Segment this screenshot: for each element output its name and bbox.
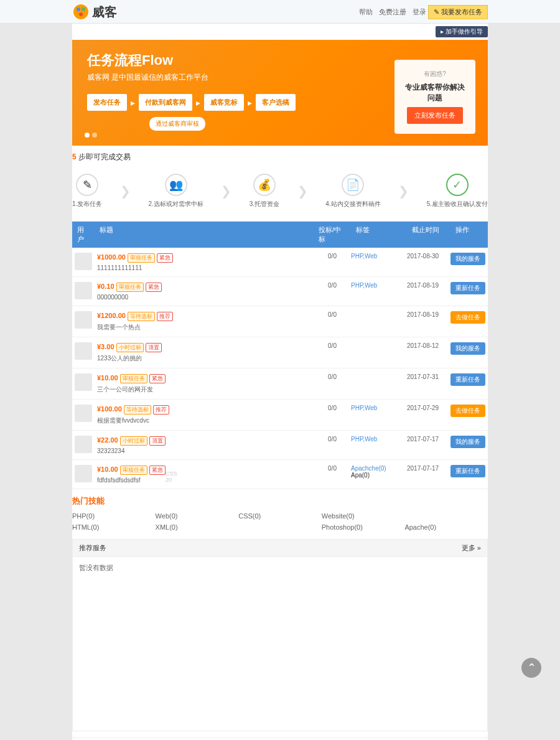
svg-point-1 bbox=[77, 7, 80, 11]
step-2: 👥2.选标或对需求中标 bbox=[148, 174, 203, 208]
task-action-button[interactable]: 重新任务 bbox=[450, 373, 485, 386]
publish-now-button[interactable]: 立刻发布任务 bbox=[407, 107, 463, 124]
tag-link[interactable]: PHP,Web bbox=[351, 282, 377, 289]
flow-step: 客户选稿 bbox=[256, 94, 296, 111]
carousel-dot[interactable] bbox=[92, 133, 97, 138]
skill-link[interactable]: CSS(0) bbox=[238, 510, 322, 522]
svg-point-3 bbox=[79, 12, 83, 16]
step-4: 📄4.站内交接资料稿件 bbox=[325, 174, 380, 208]
tag-link[interactable]: PHP,Web bbox=[351, 405, 377, 411]
avatar[interactable] bbox=[75, 342, 92, 360]
table-row: ¥1200.00等待选标推荐我需要一个热点 0/0 2017-08-19 去做任… bbox=[72, 306, 488, 337]
avatar[interactable] bbox=[75, 282, 92, 299]
table-row: ¥0.10审核任务紧急000000000 0/0 PHP,Web 2017-08… bbox=[72, 277, 488, 306]
avatar[interactable] bbox=[75, 253, 92, 270]
skill-link bbox=[404, 510, 488, 522]
skill-link[interactable]: HTML(0) bbox=[72, 522, 156, 533]
task-action-button[interactable]: 重新任务 bbox=[450, 465, 485, 477]
avatar[interactable] bbox=[75, 436, 92, 453]
step-3: 💰3.托管资金 bbox=[250, 174, 279, 208]
svg-point-0 bbox=[73, 4, 88, 19]
carousel-dot[interactable] bbox=[85, 133, 90, 138]
flow-step: 威客竞标 bbox=[204, 94, 244, 111]
skill-link[interactable]: XML(0) bbox=[156, 522, 239, 533]
skills-title: 热门技能 bbox=[72, 489, 488, 510]
publish-task-button[interactable]: ✎ 我要发布任务 bbox=[428, 5, 488, 19]
rec-empty: 暂没有数据 bbox=[72, 557, 488, 731]
avatar[interactable] bbox=[75, 465, 92, 482]
table-row: ¥10.00审核任务紧急三个一公司的网开发 0/0 2017-07-31 重新任… bbox=[72, 368, 488, 400]
flow-audit: 通过威客商审核 bbox=[149, 117, 205, 131]
step-5: ✓5.雇主验收且确认发付 bbox=[427, 174, 488, 208]
steps-title: 5 步即可完成交易 bbox=[72, 146, 488, 167]
skill-link bbox=[238, 522, 322, 533]
cta-box: 有困惑? 专业威客帮你解决问题 立刻发布任务 bbox=[394, 60, 475, 134]
task-action-button[interactable]: 我的服务 bbox=[450, 253, 485, 265]
skill-link[interactable]: Website(0) bbox=[322, 510, 405, 522]
table-row: ¥10.00审核任务紧急fdfdsfsdfsdsdfsf 0/0 Apachch… bbox=[72, 460, 488, 489]
task-action-button[interactable]: 去做任务 bbox=[450, 311, 485, 324]
task-action-button[interactable]: 我的服务 bbox=[450, 436, 485, 448]
register-link[interactable]: 免费注册 bbox=[379, 7, 406, 17]
step-1: ✎1.发布任务 bbox=[72, 174, 102, 208]
avatar[interactable] bbox=[75, 373, 92, 391]
flow-step: 付款到威客网 bbox=[139, 94, 192, 111]
table-row: ¥100.00等待选标推荐根据需要fvvdvcdvc 0/0 PHP,Web 2… bbox=[72, 400, 488, 431]
help-link[interactable]: 帮助 bbox=[359, 7, 373, 17]
table-row: ¥1000.00审核任务紧急1111111111111 0/0 PHP,Web … bbox=[72, 248, 488, 277]
tag-link[interactable]: PHP,Web bbox=[351, 436, 377, 443]
rec-title: 推荐服务 bbox=[79, 543, 106, 553]
flow-step: 发布任务 bbox=[87, 94, 127, 111]
back-to-top-button[interactable]: ⌃ bbox=[521, 658, 541, 678]
skill-link[interactable]: Photoshop(0) bbox=[322, 522, 405, 533]
logo-text: 威客 bbox=[92, 4, 117, 21]
avatar[interactable] bbox=[75, 311, 92, 329]
tag-link[interactable]: Apachche(0) bbox=[351, 465, 386, 472]
table-row: ¥22.00小时过标顶置32323234 0/0 PHP,Web 2017-07… bbox=[72, 431, 488, 460]
task-action-button[interactable]: 去做任务 bbox=[450, 405, 485, 417]
skill-link[interactable]: PHP(0) bbox=[72, 510, 156, 522]
skill-link[interactable]: Apache(0) bbox=[404, 522, 488, 533]
banner: 任务流程Flow 威客网 是中国最诚信的威客工作平台 发布任务▸ 付款到威客网▸… bbox=[72, 40, 488, 146]
task-action-button[interactable]: 重新任务 bbox=[450, 282, 485, 294]
avatar[interactable] bbox=[75, 405, 92, 422]
svg-point-2 bbox=[82, 7, 85, 11]
table-row: ¥3.00小时过标顶置1233公人的挑的 0/0 2017-08-12 我的服务 bbox=[72, 337, 488, 368]
rec-more-link[interactable]: 更多 » bbox=[462, 543, 481, 553]
table-header: 用户 标题 投标/中标 标签 截止时间 操作 bbox=[72, 222, 488, 248]
logo[interactable]: 威客 bbox=[72, 3, 117, 21]
skill-link[interactable]: Web(0) bbox=[156, 510, 239, 522]
guide-bar[interactable]: ▸ 加手做作引导 bbox=[436, 26, 488, 37]
task-action-button[interactable]: 我的服务 bbox=[450, 342, 485, 355]
tag-link[interactable]: PHP,Web bbox=[351, 253, 377, 260]
